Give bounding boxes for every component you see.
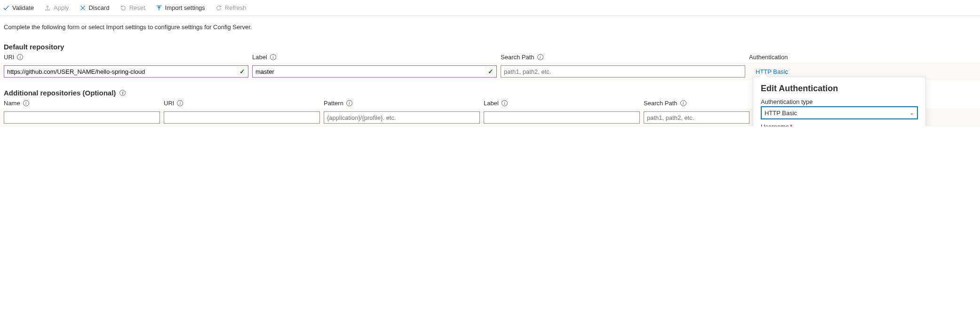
pattern-header-label: Pattern [324, 100, 343, 107]
username-label-text: Username [761, 123, 789, 126]
refresh-button: Refresh [214, 3, 248, 13]
name-header-label: Name [4, 100, 20, 107]
info-icon[interactable]: i [537, 54, 543, 60]
info-icon[interactable]: i [346, 100, 352, 106]
add-uri-input[interactable] [164, 111, 320, 124]
label-header-label: Label [252, 54, 267, 61]
info-icon[interactable]: i [120, 90, 126, 96]
info-icon[interactable]: i [23, 100, 29, 106]
x-icon [80, 5, 86, 11]
edit-auth-popover: Edit Authentication Authentication type … [753, 77, 926, 126]
default-repo-heading: Default repository [0, 38, 980, 54]
chevron-down-icon: ⌄ [909, 110, 914, 116]
apply-button: Apply [42, 3, 71, 13]
uri-input[interactable] [4, 66, 237, 77]
uri-header-label: URI [4, 54, 14, 61]
searchpath-input[interactable] [501, 65, 745, 78]
auth-type-value: HTTP Basic [765, 110, 797, 117]
reset-label: Reset [129, 4, 145, 11]
searchpath-header-label: Search Path [501, 54, 534, 61]
add-label-input[interactable] [484, 111, 640, 124]
refresh-icon [215, 5, 222, 11]
additional-heading-label: Additional repositories (Optional) [4, 89, 116, 97]
validate-label: Validate [12, 4, 34, 11]
validate-button[interactable]: Validate [1, 3, 36, 13]
info-icon[interactable]: i [17, 54, 23, 60]
name-input[interactable] [4, 111, 160, 124]
info-icon[interactable]: i [680, 100, 686, 106]
discard-label: Discard [89, 4, 110, 11]
toolbar: Validate Apply Discard Reset Import sett… [0, 0, 980, 16]
import-icon [156, 5, 162, 11]
label-header-label: Label [484, 100, 499, 107]
label-field-wrap: ✓ [252, 65, 497, 78]
default-repo-headers: URI i Label i Search Path i Authenticati… [0, 54, 980, 63]
discard-button[interactable]: Discard [78, 3, 112, 13]
popover-title: Edit Authentication [761, 84, 918, 94]
reset-icon [120, 5, 127, 11]
info-icon[interactable]: i [502, 100, 508, 106]
helper-text: Complete the following form or select Im… [0, 16, 980, 38]
searchpath-header-label: Search Path [644, 100, 677, 107]
auth-type-select[interactable]: HTTP Basic ⌄ [761, 106, 918, 119]
info-icon[interactable]: i [270, 54, 276, 60]
check-icon: ✓ [485, 68, 496, 75]
required-asterisk: * [790, 123, 792, 126]
reset-button: Reset [118, 3, 147, 13]
label-input[interactable] [253, 66, 485, 77]
apply-label: Apply [54, 4, 69, 11]
auth-header-label: Authentication [749, 54, 788, 61]
uri-field-wrap: ✓ [4, 65, 248, 78]
check-icon: ✓ [237, 68, 248, 75]
check-icon [3, 5, 9, 11]
auth-type-label: Authentication type [761, 98, 918, 105]
upload-icon [44, 5, 51, 11]
import-button[interactable]: Import settings [154, 3, 207, 13]
import-label: Import settings [165, 4, 205, 11]
refresh-label: Refresh [225, 4, 247, 11]
uri-header-label: URI [164, 100, 174, 107]
pattern-input[interactable] [324, 111, 480, 124]
username-label: Username* [761, 123, 918, 126]
info-icon[interactable]: i [177, 100, 183, 106]
add-searchpath-input[interactable] [644, 111, 749, 124]
